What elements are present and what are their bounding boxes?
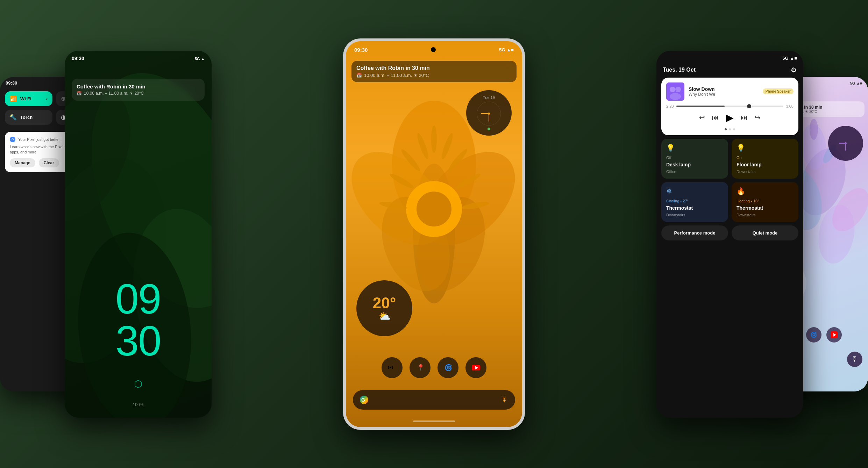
heat-icon: 🔥 <box>737 187 794 195</box>
phone2-notif-title: Coffee with Robin in 30 min <box>77 84 200 89</box>
microphone-icon[interactable]: 🎙 <box>501 396 508 404</box>
progress-thumb <box>747 104 751 108</box>
phone-dark-lockscreen: 09:30 5G ▲ Coffee with Robin in 30 min 📅… <box>65 51 212 418</box>
calendar-icon: 📅 <box>77 91 82 96</box>
weather-widget: 20° ⛅ <box>356 280 412 336</box>
manage-button[interactable]: Manage <box>10 158 35 167</box>
phone2-time: 09:30 <box>72 56 84 62</box>
music-controls: ↩ ⏮ ▶ ⏭ ↪ <box>666 112 794 123</box>
floor-lamp-tile[interactable]: 💡 On Floor lamp Downstairs <box>732 139 798 179</box>
google-icon: G <box>10 137 15 142</box>
google-logo: G <box>360 396 368 404</box>
music-progress-bar: 2:20 3:08 <box>666 104 794 108</box>
app-icons-row: ✉ 📍 🌀 <box>346 357 522 378</box>
phone5-signal: 5G ▲■ <box>850 81 862 85</box>
phone2-clock: 0930 <box>65 278 212 362</box>
phone4-date: Tues, 19 Oct <box>663 67 696 73</box>
torch-label: Torch <box>20 115 33 120</box>
music-output-badge: Phone Speaker <box>763 88 794 94</box>
lamp-off-icon: 💡 <box>666 144 723 152</box>
svg-point-26 <box>488 113 490 115</box>
dot-1 <box>725 128 727 130</box>
time-elapsed: 2:20 <box>666 104 674 108</box>
heat-name: Thermostat <box>737 205 794 211</box>
notification-title: Your Pixel just got better <box>18 137 60 142</box>
phones-container: 09:30 5G 📶 Wi-Fi › ⊕ Bluetooth 🔦 Torch ◑ <box>0 0 868 468</box>
next-button[interactable]: ⏭ <box>741 114 748 122</box>
torch-icon: 🔦 <box>10 114 17 121</box>
desk-lamp-tile[interactable]: 💡 Off Desk lamp Office <box>661 139 728 179</box>
music-artist: Why Don't We <box>689 92 759 97</box>
svg-point-44 <box>810 119 818 140</box>
thermostat-cool-tile[interactable]: ❄ Cooling • 27° Thermostat Downstairs <box>661 182 728 222</box>
heat-location: Downstairs <box>737 213 794 217</box>
music-title: Slow Down <box>689 86 759 92</box>
phone2-notif-sub: 📅 10.00 a.m. – 11.00 a.m. ☀ 20°C <box>77 91 200 96</box>
phone3-notification: Coffee with Robin in 30 min 📅 10.00 a.m.… <box>351 61 517 82</box>
prev-button[interactable]: ⏮ <box>712 114 719 122</box>
phone3-time: 09:30 <box>354 47 368 53</box>
cool-icon: ❄ <box>666 187 723 195</box>
phone3-notif-title: Coffee with Robin in 30 min <box>356 65 512 71</box>
analog-clock-svg <box>476 101 501 126</box>
fingerprint-icon[interactable]: ⬡ <box>134 378 142 390</box>
svg-point-35 <box>675 87 681 92</box>
phone2-battery: 100% <box>65 402 212 407</box>
phone5-clock-svg <box>835 133 856 154</box>
clear-button[interactable]: Clear <box>39 158 59 167</box>
svg-text:🌀: 🌀 <box>444 364 453 372</box>
time-total: 3:08 <box>786 104 794 108</box>
clock-date: Tue 19 <box>483 95 495 100</box>
svg-point-14 <box>431 125 437 153</box>
torch-tile[interactable]: 🔦 Torch <box>5 110 52 125</box>
music-info: Slow Down Why Don't We <box>689 86 759 97</box>
floor-lamp-state: On <box>737 156 794 160</box>
music-header: Slow Down Why Don't We Phone Speaker <box>666 82 794 101</box>
svg-text:📍: 📍 <box>417 364 425 372</box>
album-art <box>666 82 684 101</box>
svg-point-50 <box>845 142 847 144</box>
wifi-tile[interactable]: 📶 Wi-Fi › <box>5 91 52 106</box>
wifi-label: Wi-Fi <box>20 96 31 101</box>
phone2-signal: 5G ▲ <box>195 56 205 62</box>
phone5-clock-widget <box>828 126 863 161</box>
cool-location: Downstairs <box>666 213 723 217</box>
forward-button[interactable]: ↪ <box>755 113 761 122</box>
wifi-icon: 📶 <box>10 95 17 102</box>
svg-text:G: G <box>361 397 365 403</box>
play-button[interactable]: ▶ <box>726 112 734 123</box>
phone2-notif-subtitle: 10.00 a.m. – 11.00 a.m. ☀ 20°C <box>84 91 144 96</box>
svg-point-36 <box>670 93 681 100</box>
gmail-icon[interactable]: ✉ <box>382 357 403 378</box>
settings-icon[interactable]: ⚙ <box>791 66 797 74</box>
phone3-notif-subtitle: 10.00 a.m. – 11.00 a.m. ☀ 20°C <box>364 73 429 78</box>
progress-track[interactable] <box>676 106 783 107</box>
home-device-tiles: 💡 Off Desk lamp Office 💡 On Floor lamp D… <box>661 139 798 222</box>
phone2-notification: Coffee with Robin in 30 min 📅 10.00 a.m.… <box>72 79 205 101</box>
youtube-icon[interactable] <box>465 357 486 378</box>
thermostat-heat-tile[interactable]: 🔥 Heating • 16° Thermostat Downstairs <box>732 182 798 222</box>
lamp-on-icon: 💡 <box>737 144 794 152</box>
quiet-mode-button[interactable]: Quiet mode <box>732 225 798 240</box>
svg-text:5G ▲: 5G ▲ <box>195 57 205 61</box>
performance-mode-button[interactable]: Performance mode <box>661 225 728 240</box>
maps-icon[interactable]: 📍 <box>410 357 431 378</box>
dot-2 <box>729 128 731 130</box>
phone5-nest-icon[interactable]: 🌀 <box>806 327 821 343</box>
replay-button[interactable]: ↩ <box>699 113 705 122</box>
progress-fill <box>676 106 724 107</box>
phone-home-screen: 09:30 5G ▲■ Coffee with Robin in 30 min … <box>343 38 525 430</box>
nest-icon[interactable]: 🌀 <box>437 357 458 378</box>
phone1-time: 09:30 <box>6 80 17 86</box>
phone4-signal: 5G ▲■ <box>782 56 797 61</box>
wifi-chevron: › <box>46 96 48 101</box>
home-indicator <box>413 420 455 422</box>
phone-smart-home: 5G ▲■ Tues, 19 Oct ⚙ Slow Down <box>656 51 803 418</box>
search-bar[interactable]: G 🎙 <box>353 390 515 410</box>
phone5-youtube-icon[interactable] <box>826 327 842 343</box>
temperature: 20° <box>373 294 396 312</box>
clock-widget: Tue 19 <box>466 90 512 136</box>
phone5-mic-button[interactable]: 🎙 <box>847 352 862 367</box>
floor-lamp-name: Floor lamp <box>737 162 794 167</box>
desk-lamp-name: Desk lamp <box>666 162 723 167</box>
